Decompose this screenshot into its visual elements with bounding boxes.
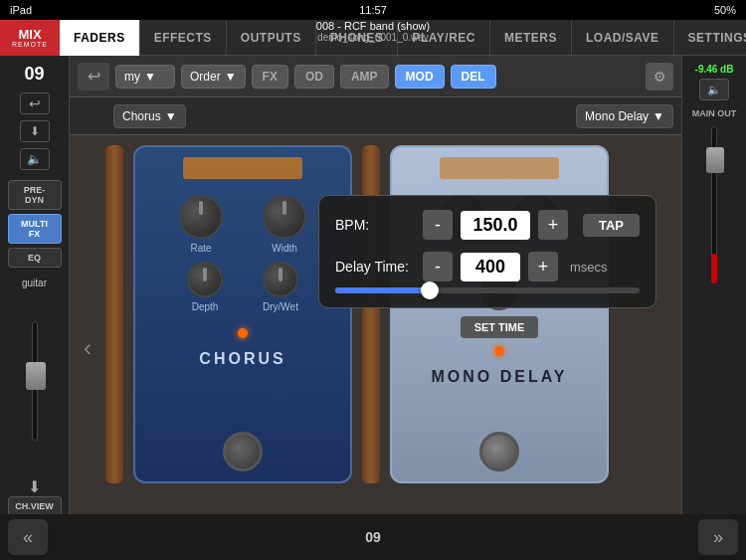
width-knob-group: Width bbox=[263, 195, 306, 254]
bpm-value[interactable]: 150.0 bbox=[461, 211, 530, 240]
effects-slots: Chorus ▼ Mono Delay ▼ bbox=[70, 97, 681, 135]
depth-knob-group: Depth bbox=[187, 262, 223, 312]
bpm-row: BPM: - 150.0 + TAP bbox=[335, 210, 640, 240]
bpm-label: BPM: bbox=[335, 217, 415, 233]
mix-remote-logo: MIX REMOTE bbox=[0, 20, 60, 56]
delay-value[interactable]: 400 bbox=[461, 253, 520, 281]
delay-time-row: Delay Time: - 400 + msecs bbox=[335, 252, 640, 281]
send-icon[interactable]: ↩ bbox=[20, 93, 50, 114]
order-dropdown[interactable]: Order ▼ bbox=[181, 65, 246, 89]
time-label: 11:57 bbox=[359, 4, 387, 16]
carrier-label: iPad bbox=[10, 4, 32, 16]
rate-knob-group: Rate bbox=[179, 195, 223, 254]
del-button[interactable]: DEL bbox=[451, 65, 496, 89]
mono-delay-display bbox=[440, 157, 559, 179]
db-level: -9.46 dB bbox=[695, 64, 734, 75]
red-indicator bbox=[711, 254, 717, 283]
prev-nav-button[interactable]: « bbox=[8, 519, 48, 555]
depth-knob[interactable] bbox=[187, 262, 223, 297]
preset-value: my bbox=[124, 70, 140, 84]
chorus-display bbox=[183, 157, 302, 179]
mono-delay-label: MONO DELAY bbox=[432, 368, 568, 386]
chorus-foot-knob[interactable] bbox=[223, 432, 263, 471]
bottom-nav: « 09 » bbox=[0, 514, 746, 560]
next-nav-button[interactable]: » bbox=[698, 519, 738, 555]
chorus-led bbox=[238, 328, 248, 338]
set-time-button[interactable]: SET TIME bbox=[461, 316, 539, 338]
bpm-popup: BPM: - 150.0 + TAP Delay Time: - 400 + m… bbox=[318, 195, 656, 308]
mono-delay-led bbox=[494, 346, 504, 356]
drywet-knob-group: Dry/Wet bbox=[263, 262, 298, 312]
remote-text: REMOTE bbox=[12, 41, 48, 48]
mod-button[interactable]: MOD bbox=[395, 65, 445, 89]
width-label: Width bbox=[272, 243, 297, 254]
pedal-wood-left bbox=[105, 145, 123, 483]
fader-track[interactable] bbox=[32, 321, 38, 441]
tab-effects[interactable]: EFFECTS bbox=[140, 20, 227, 56]
fx-button[interactable]: FX bbox=[252, 65, 288, 89]
delay-slider-fill bbox=[335, 287, 427, 293]
down-send-icon[interactable]: ⬇ bbox=[20, 120, 50, 142]
pedal-area: ‹ Rate Width bbox=[70, 135, 681, 560]
delay-plus-button[interactable]: + bbox=[528, 252, 558, 281]
tab-load-save[interactable]: LOAD/SAVE bbox=[572, 20, 674, 56]
preset-chevron-icon: ▼ bbox=[144, 70, 156, 84]
right-sidebar: -9.46 dB 🔈 MAIN OUT PFL bbox=[681, 56, 746, 560]
header: MIX REMOTE FADERS EFFECTS OUTPUTS PHONES… bbox=[0, 20, 746, 56]
chorus-pedal: Rate Width Depth Dry/Wet bbox=[133, 145, 352, 483]
chorus-bottom-knobs: Depth Dry/Wet bbox=[187, 262, 298, 312]
channel-number: 09 bbox=[24, 64, 44, 85]
tap-button[interactable]: TAP bbox=[583, 214, 640, 237]
od-button[interactable]: OD bbox=[294, 65, 334, 89]
ch-view-btn[interactable]: CH.VIEW bbox=[8, 496, 62, 516]
fader-handle[interactable] bbox=[26, 362, 46, 390]
main-out-label: MAIN OUT bbox=[692, 108, 737, 118]
mix-text: MIX bbox=[18, 28, 41, 41]
chorus-top-knobs: Rate Width bbox=[179, 195, 306, 254]
tab-faders[interactable]: FADERS bbox=[60, 20, 140, 56]
slot2-chevron-icon: ▼ bbox=[653, 109, 664, 123]
tab-outputs[interactable]: OUTPUTS bbox=[227, 20, 316, 56]
width-knob[interactable] bbox=[263, 195, 306, 239]
rate-knob[interactable] bbox=[179, 195, 223, 239]
right-fader-area bbox=[711, 126, 717, 283]
battery-label: 50% bbox=[714, 4, 736, 16]
tab-settings[interactable]: SETTINGS bbox=[674, 20, 746, 56]
mute-right-button[interactable]: 🔈 bbox=[699, 79, 729, 100]
channel-label: guitar bbox=[22, 278, 47, 288]
delay-slider-thumb[interactable] bbox=[421, 281, 439, 299]
slot1-label: Chorus bbox=[122, 109, 161, 123]
delay-time-label: Delay Time: bbox=[335, 259, 415, 275]
pre-dyn-btn[interactable]: PRE-DYN bbox=[8, 180, 62, 210]
slot2-dropdown[interactable]: Mono Delay ▼ bbox=[576, 104, 673, 128]
down-arrow-icon[interactable]: ⬇ bbox=[28, 477, 41, 496]
slot1-dropdown[interactable]: Chorus ▼ bbox=[113, 104, 186, 128]
order-label: Order bbox=[190, 70, 221, 84]
drywet-knob[interactable] bbox=[263, 262, 298, 297]
mono-delay-foot-knob[interactable] bbox=[479, 432, 519, 471]
effects-toolbar: ↩ my ▼ Order ▼ FX OD AMP MOD DEL ⚙ bbox=[70, 56, 681, 97]
bpm-plus-button[interactable]: + bbox=[538, 210, 568, 240]
tab-phones[interactable]: PHONES bbox=[316, 20, 399, 56]
multi-fx-btn[interactable]: MULTI FX bbox=[8, 214, 62, 244]
drywet-label: Dry/Wet bbox=[263, 301, 298, 312]
amp-button[interactable]: AMP bbox=[340, 65, 389, 89]
delay-slider-track[interactable] bbox=[335, 287, 640, 293]
bpm-minus-button[interactable]: - bbox=[423, 210, 453, 240]
main-content: ↩ my ▼ Order ▼ FX OD AMP MOD DEL ⚙ Choru… bbox=[70, 56, 681, 560]
slot1-chevron-icon: ▼ bbox=[165, 109, 177, 123]
tab-meters[interactable]: METERS bbox=[490, 20, 572, 56]
tab-play-rec[interactable]: PLAY/REC bbox=[398, 20, 490, 56]
delay-minus-button[interactable]: - bbox=[423, 252, 453, 281]
nav-tabs: FADERS EFFECTS OUTPUTS PHONES PLAY/REC M… bbox=[60, 20, 746, 56]
preset-dropdown[interactable]: my ▼ bbox=[115, 65, 175, 89]
main-layout: 09 ↩ ⬇ 🔈 PRE-DYN MULTI FX EQ guitar ⬇ CH… bbox=[0, 56, 746, 560]
pedal-left-arrow[interactable]: ‹ bbox=[80, 145, 95, 550]
right-fader-handle[interactable] bbox=[706, 147, 724, 173]
status-bar: iPad 11:57 50% bbox=[0, 0, 746, 20]
eq-btn[interactable]: EQ bbox=[8, 248, 62, 268]
order-chevron-icon: ▼ bbox=[225, 70, 237, 84]
back-button[interactable]: ↩ bbox=[78, 63, 109, 91]
speaker-icon[interactable]: 🔈 bbox=[20, 148, 50, 170]
settings-gear-icon[interactable]: ⚙ bbox=[646, 63, 673, 91]
